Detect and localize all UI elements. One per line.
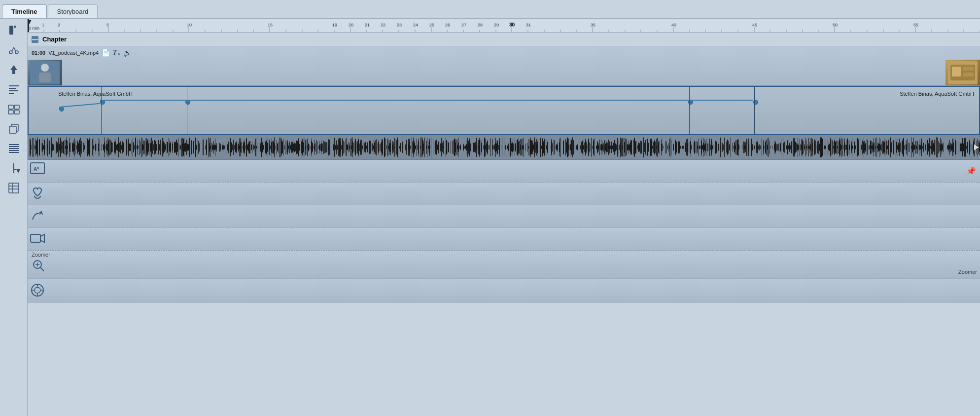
chapter-label: Chapter (42, 36, 67, 43)
video-thumbnail-right (945, 60, 980, 85)
vol-line-2 (100, 100, 185, 101)
svg-text:Aᴮ: Aᴮ (34, 166, 39, 172)
svg-rect-2 (15, 26, 16, 28)
svg-rect-1 (14, 26, 15, 28)
svg-rect-38 (963, 73, 974, 76)
svg-line-7 (14, 47, 16, 51)
ruler-canvas (28, 19, 980, 32)
svg-rect-27 (9, 183, 19, 193)
svg-rect-16 (14, 110, 19, 114)
svg-rect-19 (9, 144, 19, 145)
video-thumbnail-left (28, 60, 62, 85)
effects-track (28, 278, 980, 303)
svg-rect-18 (9, 126, 16, 133)
svg-rect-10 (9, 88, 16, 89)
grid-icon[interactable] (4, 139, 23, 158)
zoomer-label: Zoomer (28, 251, 980, 259)
video-track: 01:00 V1_podcast_4K.mp4 📄 𝑻ₓ 🔊 (28, 46, 980, 86)
svg-rect-11 (9, 90, 18, 91)
video-text-icon[interactable]: 𝑻ₓ (113, 48, 120, 57)
vol-line-3 (185, 100, 688, 101)
svg-rect-33 (39, 73, 51, 82)
chapter-collapse-btn[interactable]: — (32, 36, 38, 43)
svg-point-32 (41, 64, 49, 72)
main-layout: — Chapter 01:00 V1_podcast_4K.mp4 📄 𝑻ₓ 🔊 (0, 19, 980, 416)
ruler (28, 19, 980, 33)
svg-rect-15 (8, 110, 13, 114)
video-track-header: 01:00 V1_podcast_4K.mp4 📄 𝑻ₓ 🔊 (28, 46, 980, 59)
vol-handle-4[interactable] (754, 87, 755, 134)
svg-rect-12 (9, 93, 14, 94)
tab-timeline[interactable]: Timeline (2, 4, 47, 18)
svg-rect-20 (9, 146, 19, 147)
effects-icon[interactable] (30, 282, 45, 300)
audio-voice-label-right: Steffen Binas, AquaSoft GmbH (900, 91, 974, 97)
zoomer-label-right: Zoomer (958, 269, 977, 275)
chapter-header: — Chapter (28, 33, 980, 46)
svg-line-44 (40, 267, 44, 271)
zoomer-track: Zoomer Zoomer (28, 251, 980, 278)
tracks-container: — Chapter 01:00 V1_podcast_4K.mp4 📄 𝑻ₓ 🔊 (28, 33, 980, 416)
vol-handle-3[interactable] (689, 87, 690, 134)
svg-line-6 (12, 47, 14, 51)
vol-line-1 (59, 103, 100, 108)
insert-icon[interactable] (4, 60, 23, 79)
multicam-icon[interactable] (4, 100, 23, 118)
svg-rect-14 (14, 105, 19, 109)
cursor-icon[interactable] (4, 21, 23, 39)
svg-marker-42 (40, 234, 44, 242)
svg-rect-36 (952, 67, 961, 76)
scissors-icon[interactable] (4, 40, 23, 59)
audio-voice-label-left: Steffen Binas, AquaSoft GmbH (58, 91, 133, 97)
subtitle-icon[interactable]: Aᴮ (30, 162, 45, 180)
svg-point-48 (35, 287, 40, 293)
svg-marker-25 (16, 169, 20, 173)
branch-icon[interactable] (4, 159, 23, 178)
audio-voice-track: Steffen Binas, AquaSoft GmbH Steffen Bin… (28, 86, 980, 135)
video-filename: V1_podcast_4K.mp4 (48, 50, 99, 56)
waveform-canvas (28, 135, 980, 159)
left-toolbar (0, 19, 28, 416)
video-timecode: 01:00 (32, 50, 45, 56)
svg-rect-9 (9, 85, 19, 86)
vol-handle-2[interactable] (187, 87, 187, 134)
vol-line-4 (688, 100, 753, 101)
svg-rect-22 (9, 150, 19, 151)
subtitle-track: Aᴮ 📌 (28, 160, 980, 183)
waveform-track (28, 135, 980, 160)
captions-icon[interactable] (30, 185, 45, 202)
align-icon[interactable] (4, 80, 23, 99)
svg-rect-23 (9, 152, 19, 153)
chapter-icon[interactable] (4, 179, 23, 197)
motion-icon[interactable] (30, 208, 45, 225)
camera-track (28, 228, 980, 251)
video-info-icon[interactable]: 📄 (102, 49, 110, 57)
captions-track (28, 183, 980, 205)
camera-icon[interactable] (30, 230, 45, 248)
motion-track (28, 205, 980, 228)
svg-marker-8 (10, 65, 17, 74)
video-audio-icon[interactable]: 🔊 (123, 49, 132, 57)
svg-rect-21 (9, 148, 19, 149)
tabs-bar: Timeline Storyboard (0, 0, 980, 19)
timeline-area: — Chapter 01:00 V1_podcast_4K.mp4 📄 𝑻ₓ 🔊 (28, 19, 980, 416)
svg-rect-13 (8, 105, 13, 109)
svg-rect-41 (31, 234, 40, 242)
zoomer-icon[interactable] (28, 259, 980, 274)
tab-storyboard[interactable]: Storyboard (48, 4, 98, 18)
copy-icon[interactable] (4, 119, 23, 138)
svg-rect-37 (963, 67, 974, 71)
pin-icon[interactable]: 📌 (966, 166, 976, 176)
